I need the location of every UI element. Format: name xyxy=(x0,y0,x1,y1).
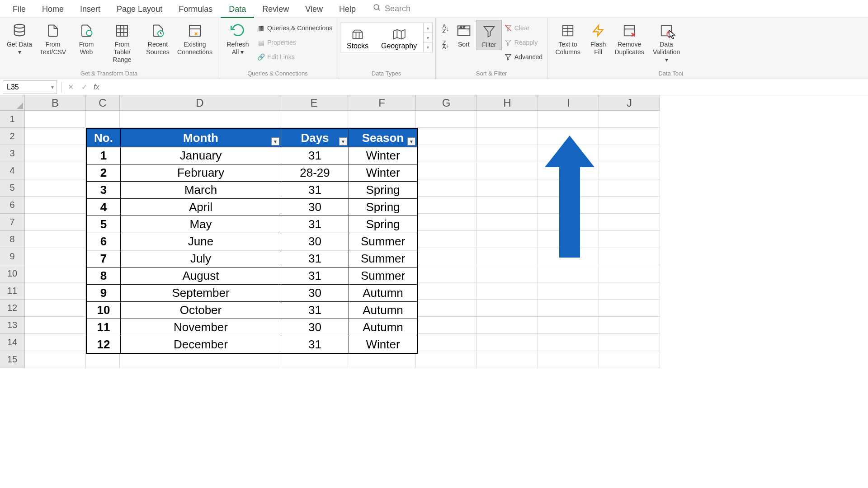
row-header-1[interactable]: 1 xyxy=(0,111,25,128)
row-header-9[interactable]: 9 xyxy=(0,248,25,265)
fx-icon[interactable]: fx xyxy=(94,83,99,91)
row-header-2[interactable]: 2 xyxy=(0,128,25,145)
table-cell[interactable]: May xyxy=(121,216,281,233)
data-types-scroll[interactable]: ▴▾▾ xyxy=(423,23,432,52)
table-cell[interactable]: Spring xyxy=(349,216,417,233)
table-cell[interactable]: Autumn xyxy=(349,319,417,336)
column-header-I[interactable]: I xyxy=(538,95,599,111)
get-data-button[interactable]: Get Data ▾ xyxy=(3,20,36,57)
sort-za-button[interactable]: ZA↓ xyxy=(442,41,449,50)
table-row[interactable]: 11November30Autumn xyxy=(87,319,417,336)
text-to-columns-button[interactable]: Text to Columns xyxy=(550,20,585,57)
table-row[interactable]: 2February28-29Winter xyxy=(87,164,417,181)
table-cell[interactable]: 31 xyxy=(281,267,349,284)
tab-help[interactable]: Help xyxy=(331,0,364,18)
tab-file[interactable]: File xyxy=(5,0,34,18)
table-cell[interactable]: April xyxy=(121,198,281,216)
table-cell[interactable]: 3 xyxy=(87,181,121,198)
tab-formulas[interactable]: Formulas xyxy=(170,0,221,18)
tab-insert[interactable]: Insert xyxy=(72,0,108,18)
table-cell[interactable]: Spring xyxy=(349,181,417,198)
row-header-8[interactable]: 8 xyxy=(0,231,25,248)
row-header-10[interactable]: 10 xyxy=(0,265,25,282)
geography-button[interactable]: Geography xyxy=(375,23,423,52)
column-header-J[interactable]: J xyxy=(599,95,660,111)
table-cell[interactable]: 9 xyxy=(87,284,121,301)
queries-connections-button[interactable]: ▦Queries & Connections xyxy=(255,22,334,34)
row-header-12[interactable]: 12 xyxy=(0,300,25,317)
column-header-C[interactable]: C xyxy=(86,95,120,111)
cells-area[interactable]: No.Month▼Days▼Season▼1January31Winter2Fe… xyxy=(25,111,660,368)
refresh-all-button[interactable]: Refresh All ▾ xyxy=(221,20,255,57)
existing-connections-button[interactable]: Existing Connections xyxy=(175,20,215,57)
tab-home[interactable]: Home xyxy=(34,0,72,18)
table-cell[interactable]: 12 xyxy=(87,336,121,353)
table-cell[interactable]: Winter xyxy=(349,336,417,353)
table-cell[interactable]: 31 xyxy=(281,216,349,233)
stocks-button[interactable]: Stocks xyxy=(340,23,375,52)
table-cell[interactable]: Spring xyxy=(349,198,417,216)
row-header-6[interactable]: 6 xyxy=(0,197,25,214)
table-cell[interactable]: June xyxy=(121,233,281,250)
table-cell[interactable]: 8 xyxy=(87,267,121,284)
table-row[interactable]: 5May31Spring xyxy=(87,216,417,233)
from-web-button[interactable]: From Web xyxy=(70,20,103,57)
row-header-3[interactable]: 3 xyxy=(0,145,25,162)
table-cell[interactable]: 31 xyxy=(281,181,349,198)
recent-sources-button[interactable]: Recent Sources xyxy=(141,20,175,57)
tab-view[interactable]: View xyxy=(297,0,331,18)
table-row[interactable]: 10October31Autumn xyxy=(87,301,417,319)
table-cell[interactable]: 30 xyxy=(281,284,349,301)
table-cell[interactable]: Summer xyxy=(349,250,417,267)
table-cell[interactable]: 30 xyxy=(281,198,349,216)
table-row[interactable]: 12December31Winter xyxy=(87,336,417,353)
column-header-F[interactable]: F xyxy=(348,95,416,111)
row-header-4[interactable]: 4 xyxy=(0,162,25,179)
table-cell[interactable]: 28-29 xyxy=(281,164,349,181)
row-header-13[interactable]: 13 xyxy=(0,317,25,334)
table-cell[interactable]: 7 xyxy=(87,250,121,267)
table-cell[interactable]: September xyxy=(121,284,281,301)
table-cell[interactable]: 31 xyxy=(281,250,349,267)
flash-fill-button[interactable]: Flash Fill xyxy=(585,20,611,57)
table-cell[interactable]: October xyxy=(121,301,281,319)
table-row[interactable]: 4April30Spring xyxy=(87,198,417,216)
filter-button[interactable]: Filter xyxy=(476,20,502,50)
table-cell[interactable]: 30 xyxy=(281,233,349,250)
tab-review[interactable]: Review xyxy=(254,0,297,18)
table-row[interactable]: 6June30Summer xyxy=(87,233,417,250)
table-cell[interactable]: 30 xyxy=(281,319,349,336)
table-row[interactable]: 3March31Spring xyxy=(87,181,417,198)
table-cell[interactable]: Summer xyxy=(349,233,417,250)
filter-dropdown-season[interactable]: ▼ xyxy=(407,137,415,145)
table-cell[interactable]: 11 xyxy=(87,319,121,336)
formula-input[interactable] xyxy=(102,80,868,94)
table-cell[interactable]: December xyxy=(121,336,281,353)
advanced-filter-button[interactable]: Advanced xyxy=(502,51,544,63)
table-row[interactable]: 8August31Summer xyxy=(87,267,417,284)
table-cell[interactable]: Autumn xyxy=(349,301,417,319)
table-cell[interactable]: Winter xyxy=(349,147,417,164)
row-header-11[interactable]: 11 xyxy=(0,282,25,300)
table-cell[interactable]: 4 xyxy=(87,198,121,216)
row-header-7[interactable]: 7 xyxy=(0,214,25,231)
tell-me-search[interactable]: Search xyxy=(373,4,410,14)
table-cell[interactable]: Summer xyxy=(349,267,417,284)
filter-dropdown-days[interactable]: ▼ xyxy=(339,137,347,145)
table-cell[interactable]: 10 xyxy=(87,301,121,319)
remove-duplicates-button[interactable]: Remove Duplicates xyxy=(611,20,648,57)
row-header-15[interactable]: 15 xyxy=(0,351,25,368)
table-cell[interactable]: 31 xyxy=(281,147,349,164)
table-cell[interactable]: February xyxy=(121,164,281,181)
table-cell[interactable]: August xyxy=(121,267,281,284)
table-cell[interactable]: 5 xyxy=(87,216,121,233)
table-row[interactable]: 1January31Winter xyxy=(87,147,417,164)
data-validation-button[interactable]: Data Validation ▾ xyxy=(648,20,685,65)
row-header-14[interactable]: 14 xyxy=(0,334,25,351)
tab-data[interactable]: Data xyxy=(221,0,254,18)
table-cell[interactable]: July xyxy=(121,250,281,267)
column-header-E[interactable]: E xyxy=(280,95,348,111)
column-header-G[interactable]: G xyxy=(416,95,477,111)
column-header-D[interactable]: D xyxy=(120,95,280,111)
row-header-5[interactable]: 5 xyxy=(0,179,25,197)
